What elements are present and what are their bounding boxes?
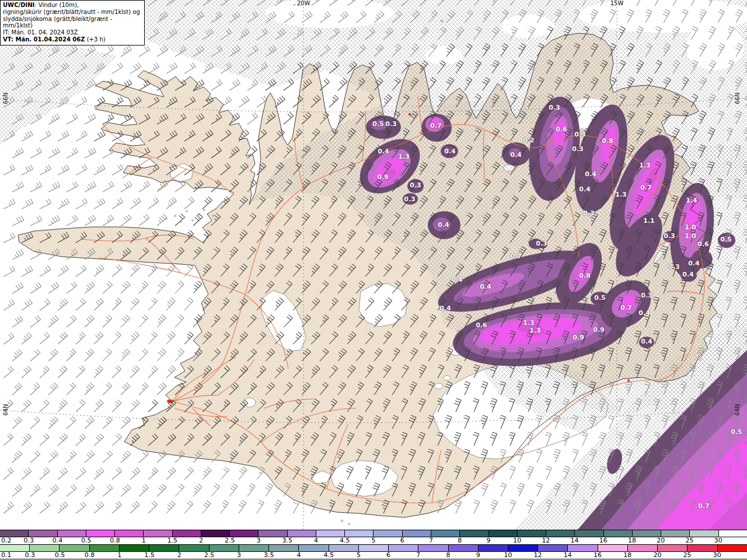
scale-segment — [210, 545, 239, 551]
scale-segment — [718, 545, 747, 551]
scale-tick-label: 2 — [199, 537, 203, 544]
precip-value-label: 0.3 — [536, 240, 547, 247]
precip-value-label: 0.3 — [668, 263, 680, 271]
scale-segment — [179, 545, 209, 551]
precip-value-label: 0.3 — [404, 195, 416, 203]
scale-tick-label: 3 — [257, 537, 261, 544]
scale-tick-label: 0.3 — [25, 552, 35, 559]
precip-value-label: 0.4 — [579, 186, 591, 193]
scale-tick-label: 2.5 — [225, 537, 235, 544]
legend-line-3: slydda/snjókoma (grátt/bleikt/grænt - mm… — [3, 16, 142, 30]
precipitation-scales: 0.20.30.40.50.811.522.533.544.5567891012… — [0, 530, 747, 560]
scale-tick-label: 30 — [714, 537, 722, 544]
scale-tick-label: 3.5 — [264, 552, 274, 559]
scale-tick-label: 6 — [400, 537, 404, 544]
scale-tick-label: 16 — [599, 537, 608, 544]
scale-tick-label: 4.5 — [323, 552, 334, 559]
scale-segment — [90, 545, 120, 551]
scale-tick-label: 20 — [653, 552, 661, 559]
scale-segment — [60, 545, 89, 551]
precip-value-label: 0.4 — [439, 304, 451, 312]
scale-segment — [418, 545, 448, 551]
precip-value-label: 0.7 — [430, 122, 442, 130]
map-legend: UWC/DINI: Vindur (10m), rigning/skúrir (… — [0, 0, 145, 46]
scale-segment — [149, 545, 179, 551]
scale-tick-label: 7 — [429, 537, 433, 544]
hofn-marker — [627, 379, 630, 382]
scale-tick-label: 0.5 — [55, 552, 65, 559]
scale-segment — [628, 545, 658, 551]
scale-tick-label: 8 — [458, 537, 462, 544]
legend-line-1: UWC/DINI: Vindur (10m), — [3, 2, 142, 9]
scale-tick-label: 3 — [237, 552, 241, 559]
parallel-label: 64N — [2, 402, 9, 418]
precip-value-label: 0.3 — [385, 120, 397, 128]
reykjavik-marker — [167, 400, 173, 403]
scale-segment — [120, 545, 149, 551]
scale-segment — [518, 530, 546, 537]
precip-value-label: 1.3 — [639, 162, 651, 169]
scale-tick-label: 0.8 — [110, 537, 120, 544]
scale-tick-label: 25 — [686, 537, 694, 544]
precip-value-label: 0.4 — [688, 260, 700, 267]
scale-tick-label: 9 — [486, 537, 490, 544]
scale-segment — [58, 530, 86, 537]
vestmannaeyjar-island — [341, 520, 343, 522]
scale-tick-label: 4 — [297, 552, 301, 559]
scale-tick-label: 9 — [476, 552, 480, 559]
precip-value-label: 0.3 — [549, 104, 560, 111]
precip-value-label: 0.4 — [378, 148, 389, 155]
precip-value-label: 0.9 — [377, 173, 389, 181]
meridian-label: 20W — [296, 0, 312, 6]
scale-segment — [431, 530, 460, 537]
precip-value-label: 1.0 — [685, 223, 696, 231]
scale-segment — [403, 530, 431, 537]
scale-segment — [288, 530, 316, 537]
precip-value-label: 0.4 — [480, 283, 491, 290]
legend-line-4: IT: Mán. 01. 04. 2024 03Z — [3, 29, 142, 36]
weather-map-page: { "legend": { "title_bold": "UWC/DINI", … — [0, 0, 747, 560]
scale-segment — [604, 530, 633, 537]
scale-tick-label: 10 — [504, 552, 512, 559]
scale-tick-label: 16 — [594, 552, 602, 559]
scale-tick-label: 1.5 — [144, 552, 155, 559]
precip-value-label: 0.4 — [638, 309, 650, 317]
scale-tick-label: 3.5 — [282, 537, 293, 544]
scale-tick-label: 20 — [657, 537, 665, 544]
scale-tick-label: 30 — [713, 552, 721, 559]
scale-segment — [460, 530, 488, 537]
scale-segment — [687, 545, 717, 551]
scale-tick-label: 0.8 — [85, 552, 95, 559]
scale-segment — [508, 545, 538, 551]
scale-segment — [30, 545, 60, 551]
weather-map: UWC/DINI: Vindur (10m), rigning/skúrir (… — [0, 0, 747, 530]
scale-segment — [86, 530, 115, 537]
scale-tick-label: 18 — [623, 552, 631, 559]
scale-segment — [345, 530, 374, 537]
precip-value-label: 0.7 — [510, 253, 522, 260]
scale-tick-label: 8 — [446, 552, 451, 559]
scale-tick-label: 4.5 — [340, 537, 350, 544]
scale-tick-label: 2 — [177, 552, 181, 559]
precip-value-label: 0.9 — [593, 326, 605, 334]
precip-value-label: 0.8 — [579, 272, 591, 279]
scale-segment — [316, 530, 345, 537]
scale-segment — [359, 545, 389, 551]
scale-segment — [598, 545, 628, 551]
scale-segment — [29, 530, 57, 537]
legend-line-5: VT: Mán. 01.04.2024 06Z (+3 h) — [3, 36, 142, 43]
precip-value-label: 0.3 — [410, 181, 421, 189]
precip-value-label: 0.3 — [583, 209, 595, 217]
precip-value-label: 1.3 — [398, 153, 410, 160]
precip-value-label: 1.3 — [523, 319, 535, 327]
scale-segment — [299, 545, 329, 551]
scale-segment — [719, 530, 747, 537]
scale-segment — [115, 530, 144, 537]
scale-segment — [239, 545, 269, 551]
precip-value-label: 1.1 — [643, 217, 655, 225]
precip-value-label: 0.4 — [451, 276, 463, 284]
scale-segment — [0, 530, 29, 537]
scale-segment — [575, 530, 603, 537]
precip-value-label: 1.0 — [685, 232, 696, 240]
scale-segment — [489, 530, 518, 537]
